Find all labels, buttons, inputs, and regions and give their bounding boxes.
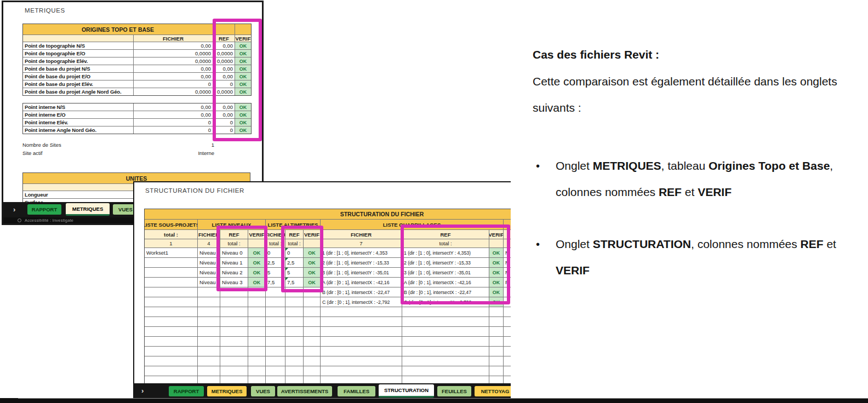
table-cell <box>321 307 402 316</box>
table-cell <box>504 307 511 316</box>
table-cell <box>285 317 303 326</box>
tab-structuration-active[interactable]: STRUCTURATION <box>379 384 434 398</box>
table-cell <box>266 327 285 336</box>
table-cell <box>402 317 489 326</box>
table-cell <box>220 307 248 316</box>
table-cell <box>248 366 265 376</box>
table-cell <box>304 297 320 307</box>
bullet-icon: • <box>536 153 540 179</box>
table-cell <box>220 337 248 346</box>
tab-vues[interactable]: VUES <box>251 386 275 396</box>
table-cell <box>304 356 320 366</box>
table-cell <box>248 317 265 326</box>
tab-feuilles[interactable]: FEUILLES <box>437 386 471 396</box>
table-cell <box>145 307 197 316</box>
table-cell: 0,00 <box>134 111 213 118</box>
row-label: Point interne Elév. <box>23 119 133 126</box>
table-cell <box>489 347 503 356</box>
table-cell <box>489 337 503 346</box>
info-label: Site actif <box>22 150 42 156</box>
table-cell <box>402 327 489 336</box>
tab-metriques-active[interactable]: METRIQUES <box>66 203 110 216</box>
table-cell <box>220 347 248 356</box>
table-cell <box>304 307 320 316</box>
table-cell <box>145 327 197 336</box>
table-cell <box>402 347 489 356</box>
row-label: Point de topographie Elév. <box>23 57 133 65</box>
totals-cell: 1 <box>145 239 197 247</box>
chevron-right-icon[interactable]: › <box>141 387 144 394</box>
tab-rapport[interactable]: RAPPORT <box>169 386 204 396</box>
info-row: Site actif Interne <box>22 150 214 156</box>
table-cell <box>198 307 220 316</box>
table-cell <box>145 317 197 326</box>
table-cell <box>198 337 220 346</box>
table-cell: 0,00 <box>134 103 213 111</box>
tab-avertissements[interactable]: AVERTISSEMENTS <box>277 386 332 396</box>
table-cell <box>145 297 197 307</box>
column-header: total : <box>145 230 197 239</box>
table-cell: 3 (dir : [1 ; 0], intersectY : -35,01 <box>321 268 402 277</box>
table-cell <box>402 337 489 346</box>
table-cell <box>198 327 220 336</box>
bottom-bar <box>0 398 868 403</box>
row-label: Point de base du projet N/S <box>23 65 133 72</box>
table-cell <box>504 347 511 356</box>
info-value: Interne <box>198 150 214 156</box>
column-header: FICHIER <box>134 35 213 42</box>
note-bullets: • Onglet METRIQUES, tableau Origines Top… <box>533 153 857 284</box>
tab-familles[interactable]: FAMILLES <box>338 386 375 396</box>
table-cell: B (dir : [0 ; 1], intersectX : -22,47 <box>321 287 402 297</box>
table-cell <box>198 297 220 307</box>
note-intro: Cette comparaison est également détaillé… <box>533 68 857 121</box>
table-cell <box>489 317 503 326</box>
table-cell <box>285 327 303 336</box>
table-cell <box>145 347 197 356</box>
table-cell <box>304 347 320 356</box>
accessibility-icon <box>18 218 21 222</box>
table-cell: 0,0000 <box>134 57 213 65</box>
table-cell <box>402 307 489 316</box>
sheet-title: METRIQUES <box>25 7 65 14</box>
table-cell <box>198 317 220 326</box>
table-cell: 0 <box>134 80 213 88</box>
table-cell <box>304 337 320 346</box>
table-cell <box>285 347 303 356</box>
table-cell <box>266 337 285 346</box>
table-cell <box>504 317 511 326</box>
table-cell <box>220 366 248 376</box>
table-cell <box>489 366 503 376</box>
chevron-right-icon[interactable]: › <box>13 206 15 213</box>
column-header <box>23 184 133 191</box>
row-label: Point interne E/O <box>23 111 133 118</box>
table-cell: 0,0000 <box>134 88 213 95</box>
table-cell <box>504 337 511 346</box>
info-value: 1 <box>212 142 214 148</box>
table-cell <box>489 356 503 366</box>
table-cell: 0,00 <box>134 65 213 72</box>
annotation-text: Cas des fichiers Revit : Cette comparais… <box>533 42 857 284</box>
highlight-box-quadrillages-ref-verif <box>401 224 510 304</box>
table-cell <box>145 278 197 287</box>
table-cell <box>266 356 285 366</box>
table-cell <box>402 366 489 376</box>
table-cell <box>304 327 320 336</box>
table-cell <box>285 337 303 346</box>
table-cell <box>145 337 197 346</box>
row-label: Point interne N/S <box>23 103 133 111</box>
row-label: Point de base du projet Angle Nord Géo. <box>23 88 133 95</box>
highlight-box-altimetries-ref-verif <box>281 226 323 292</box>
table-cell <box>198 347 220 356</box>
tab-nettoyage[interactable]: NETTOYAG <box>475 386 511 396</box>
table-cell <box>489 307 503 316</box>
table-cell <box>402 356 489 366</box>
table-cell <box>285 366 303 376</box>
table-cell <box>285 307 303 316</box>
highlight-box-niveaux-ref-verif <box>216 226 267 291</box>
tab-metriques[interactable]: METRIQUES <box>207 386 247 396</box>
row-label: Point de base du projet Elév. <box>23 80 133 88</box>
table-cell <box>220 317 248 326</box>
tab-rapport[interactable]: RAPPORT <box>27 204 61 215</box>
table-cell <box>285 297 303 307</box>
table-cell <box>220 297 248 307</box>
